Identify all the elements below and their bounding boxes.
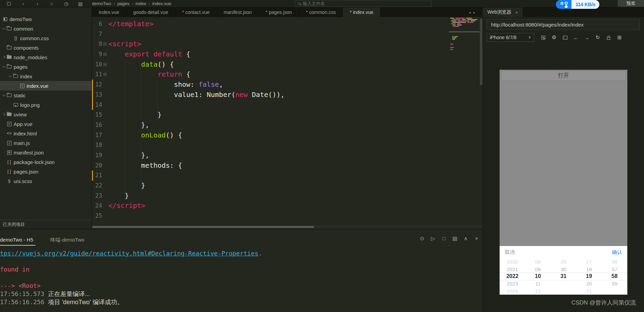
devtools-icon[interactable]: › (562, 35, 568, 40)
open-external-icon[interactable] (540, 35, 546, 40)
editor-tab[interactable]: index.vue (92, 7, 126, 17)
search-input[interactable]: 输入文件名 (295, 0, 432, 7)
picker-column[interactable]: 0809101112 (525, 258, 551, 295)
tree-item-static[interactable]: static (0, 91, 92, 100)
chevron-right-icon[interactable] (2, 56, 5, 59)
picker-cell[interactable]: 10 (525, 273, 551, 280)
tree-item-pages-json[interactable]: [ ]pages.json (0, 167, 92, 176)
nav-back-icon[interactable]: ← (573, 35, 579, 40)
editor-tab[interactable]: goods-detail.vue (126, 7, 175, 17)
open-picker-button[interactable]: 打开 (501, 70, 626, 81)
tab-scroll-right-icon[interactable]: ▸ (473, 11, 475, 14)
picker-cancel-button[interactable]: 取消 (505, 249, 515, 256)
picker-cell[interactable] (551, 280, 576, 287)
horizontal-scrollbar[interactable] (92, 226, 483, 228)
picker-cell[interactable]: 19 (576, 273, 602, 280)
editor-tab[interactable]: manifest.json (217, 7, 259, 17)
gear-icon[interactable]: ⚙ (551, 35, 557, 40)
picker-cell[interactable]: 12 (525, 288, 551, 295)
minimap[interactable] (449, 17, 480, 88)
picker-cell[interactable]: 09 (525, 265, 551, 273)
forward-icon[interactable]: › (35, 0, 40, 7)
picker-cell[interactable]: 56 (602, 258, 627, 265)
window-icon[interactable] (6, 0, 12, 7)
device-selector[interactable]: iPhone 6/7/8 ▼ (487, 33, 534, 42)
url-input[interactable]: http://localhost:8080/#/pages/index/inde… (487, 19, 640, 30)
picker-confirm-button[interactable]: 确认 (612, 249, 622, 256)
picker-column[interactable]: 1718192021 (576, 258, 602, 295)
picker-cell[interactable]: 2022 (500, 273, 525, 280)
tree-item-common-css[interactable]: {}common.css (0, 33, 92, 43)
console-close-icon[interactable]: × (474, 235, 479, 242)
fold-marker-icon[interactable] (104, 43, 107, 46)
fold-marker-icon[interactable] (104, 73, 107, 76)
tree-item-app-vue[interactable]: VApp.vue (0, 119, 92, 129)
tree-item-logo-png[interactable]: logo.png (0, 100, 92, 110)
picker-cell[interactable]: 17 (576, 258, 602, 265)
tree-item-common[interactable]: common (0, 24, 92, 33)
picker-cell[interactable]: 21 (576, 288, 602, 295)
chevron-down-icon[interactable] (2, 93, 5, 96)
tab-scroll-arrows[interactable]: ◂ ▸ (469, 7, 475, 17)
tree-item-main-js[interactable]: Jmain.js (0, 138, 92, 148)
tab-scroll-left-icon[interactable]: ◂ (469, 11, 471, 14)
preview-button[interactable]: 预览 (618, 0, 644, 7)
picker-cell[interactable]: 20 (576, 280, 602, 287)
editor-tab[interactable]: * contact.vue (175, 7, 217, 17)
picker-cell[interactable]: 2023 (500, 280, 525, 287)
breadcrumb-item[interactable]: index.vue (152, 1, 171, 6)
picker-column[interactable]: 56575859 (602, 258, 627, 295)
picker-cell[interactable] (551, 288, 576, 295)
back-icon[interactable]: ‹ (20, 0, 26, 7)
console-tab[interactable]: 终端-demoTwo (48, 235, 87, 246)
tree-item-index-html[interactable]: <>index.html (0, 129, 92, 138)
picker-column[interactable]: 293031 (551, 258, 576, 295)
star-icon[interactable]: ☆ (49, 0, 54, 7)
chevron-down-icon[interactable] (2, 27, 5, 29)
breadcrumb-item[interactable]: demoTwo (92, 1, 111, 6)
lock-icon[interactable] (606, 35, 611, 40)
vertical-scrollbar[interactable] (480, 19, 483, 85)
picker-cell[interactable]: 59 (602, 280, 627, 287)
tree-item-index[interactable]: index (0, 71, 92, 81)
picker-cell[interactable] (602, 288, 627, 295)
code-editor[interactable]: 6</template>78<script>9 export default {… (92, 17, 483, 229)
console-lock-scroll-icon[interactable]: ⊙ (420, 235, 425, 242)
console-link[interactable]: tps://vuejs.org/v2/guide/reactivity.html… (0, 250, 258, 257)
history-icon[interactable]: ◷ (63, 0, 69, 7)
console-tab[interactable]: demoTwo - H5 (0, 235, 35, 246)
closed-projects-label[interactable]: 已关闭项目 (0, 220, 92, 229)
console-stop-icon[interactable]: □ (441, 235, 446, 242)
tree-item-manifest-json[interactable]: ⚙manifest.json (0, 148, 92, 157)
tree-item-uni-scss[interactable]: §uni.scss (0, 176, 92, 186)
fold-marker-icon[interactable] (104, 63, 107, 66)
nav-forward-icon[interactable]: → (584, 35, 590, 40)
picker-cell[interactable]: 2021 (500, 265, 525, 273)
picker-cell[interactable]: 58 (602, 273, 627, 280)
tab-web-browser[interactable]: Web浏览器 × (483, 7, 523, 17)
close-icon[interactable]: × (516, 10, 518, 15)
tree-item-index-vue[interactable]: Vindex.vue (0, 81, 92, 91)
tree-item-uview[interactable]: uview (0, 110, 92, 119)
breadcrumb-item[interactable]: pages (117, 1, 129, 6)
tree-item-package-lock-json[interactable]: [ ]package-lock.json (0, 157, 92, 167)
picker-cell[interactable]: 30 (551, 265, 576, 273)
picker-cell[interactable]: 31 (551, 273, 576, 280)
chevron-right-icon[interactable] (2, 113, 5, 116)
refresh-icon[interactable]: ↻ (595, 35, 600, 40)
console-run-icon[interactable]: ▷ (430, 235, 436, 242)
editor-tab[interactable]: * common.css (299, 7, 343, 17)
breadcrumb[interactable]: demoTwo›pages›index›index.vue (92, 1, 171, 6)
picker-column[interactable]: 20202021202220232024 (500, 258, 525, 295)
chevron-down-icon[interactable] (2, 65, 5, 67)
picker-cell[interactable]: 57 (602, 265, 627, 273)
qr-code-icon[interactable]: ⊞ (617, 35, 622, 40)
picker-cell[interactable]: 2020 (500, 258, 525, 265)
tree-item-pages[interactable]: pages (0, 62, 92, 71)
picker-cell[interactable]: 08 (525, 258, 551, 265)
tree-item-compoents[interactable]: compoents (0, 43, 92, 52)
tree-item-demotwo[interactable]: demoTwo (0, 14, 92, 24)
console-panel-icon[interactable]: ▤ (452, 235, 457, 242)
picker-cell[interactable]: 11 (525, 280, 551, 287)
picker-cell[interactable]: 18 (576, 265, 602, 273)
